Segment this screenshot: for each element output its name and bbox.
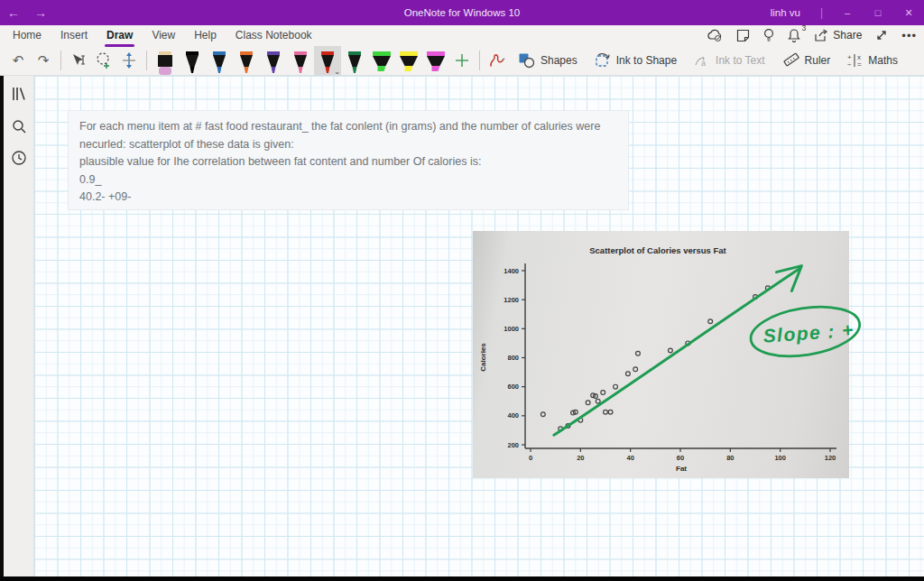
chart-ylabel: Calories xyxy=(479,343,487,372)
bell-badge: 3 xyxy=(802,23,807,32)
ink-to-text-label: Ink to Text xyxy=(716,54,764,67)
chart-xlabel: Fat xyxy=(676,465,687,473)
maths-icon: +x÷= xyxy=(846,52,863,69)
svg-text:a: a xyxy=(701,59,706,68)
data-point xyxy=(633,367,638,372)
x-tick-label: 0 xyxy=(529,454,532,462)
more-options-icon[interactable]: ••• xyxy=(901,29,917,42)
lasso-select-button[interactable] xyxy=(91,48,116,73)
y-tick-label: 600 xyxy=(507,383,519,391)
highlighter-tool[interactable] xyxy=(395,46,422,76)
scatterplot-image[interactable]: Scatterplot of Calories versus Fat Calor… xyxy=(473,231,849,478)
y-tick-label: 400 xyxy=(507,411,519,420)
y-tick-label: 1200 xyxy=(504,296,519,304)
data-point xyxy=(586,401,590,405)
tab-draw[interactable]: Draw xyxy=(106,27,134,43)
data-point xyxy=(765,286,770,290)
data-point xyxy=(596,399,600,403)
pen-tool[interactable] xyxy=(341,46,368,76)
ink-to-shape-icon xyxy=(594,52,611,69)
notebooks-icon[interactable] xyxy=(10,85,28,103)
note-line: 40.2- +09- xyxy=(79,189,617,207)
share-label: Share xyxy=(833,29,862,42)
note-line: For each menu item at # fast food restau… xyxy=(79,118,617,136)
toolbar-divider xyxy=(146,51,147,70)
share-button[interactable]: Share xyxy=(814,29,862,42)
title-bar: ← → OneNote for Windows 10 linh vu | – □… xyxy=(0,0,924,25)
share-icon xyxy=(814,29,828,42)
scatterplot-svg: Scatterplot of Calories versus Fat Calor… xyxy=(473,231,849,478)
data-point xyxy=(608,410,613,414)
shapes-label: Shapes xyxy=(541,54,578,67)
back-arrow-icon[interactable]: ← xyxy=(0,5,27,20)
tab-help[interactable]: Help xyxy=(193,27,217,43)
draw-with-mouse-icon[interactable] xyxy=(485,48,510,73)
maths-button[interactable]: +x÷= Maths xyxy=(838,48,906,73)
ink-to-shape-label: Ink to Shape xyxy=(616,54,677,67)
select-type-tool-button[interactable] xyxy=(66,48,91,73)
ink-to-text-button[interactable]: a Ink to Text xyxy=(685,48,772,73)
ruler-button[interactable]: Ruler xyxy=(773,48,839,73)
page-canvas[interactable]: For each menu item at # fast food restau… xyxy=(34,76,924,576)
forward-arrow-icon[interactable]: → xyxy=(27,5,54,20)
ink-to-shape-button[interactable]: Ink to Shape xyxy=(586,48,685,73)
add-pen-button[interactable] xyxy=(449,48,475,73)
note-line: plausible value for Ihe correlation betw… xyxy=(79,153,617,171)
sync-status-icon[interactable] xyxy=(707,29,723,42)
tab-insert[interactable]: Insert xyxy=(60,27,88,43)
pen-tool[interactable] xyxy=(287,46,314,76)
x-tick-label: 40 xyxy=(626,454,633,462)
sticky-note-icon[interactable] xyxy=(736,29,750,42)
onenote-window: ← → OneNote for Windows 10 linh vu | – □… xyxy=(0,0,924,581)
shapes-button[interactable]: Shapes xyxy=(510,48,586,73)
x-tick-label: 80 xyxy=(726,454,734,462)
recent-notes-icon[interactable] xyxy=(11,150,27,166)
toolbar-divider xyxy=(479,51,480,70)
data-point xyxy=(614,384,618,389)
x-tick-label: 120 xyxy=(825,454,836,462)
highlighter-tool[interactable] xyxy=(422,46,449,76)
data-point xyxy=(578,418,583,422)
insert-space-button[interactable] xyxy=(116,48,142,73)
pen-tool[interactable] xyxy=(233,46,260,76)
maximize-button[interactable]: □ xyxy=(863,0,893,25)
data-point xyxy=(566,424,570,429)
chart-title: Scatterplot of Calories versus Fat xyxy=(589,245,726,255)
tab-home[interactable]: Home xyxy=(12,27,42,43)
ribbon-tabs: Home Insert Draw View Help Class Noteboo… xyxy=(0,25,924,45)
minimize-button[interactable]: – xyxy=(832,0,863,25)
chevron-down-icon: ⌄ xyxy=(334,68,340,76)
undo-button[interactable]: ↶ xyxy=(5,48,31,73)
tab-class-notebook[interactable]: Class Notebook xyxy=(235,27,313,43)
x-tick-label: 100 xyxy=(774,454,786,462)
titlebar-separator: | xyxy=(820,6,823,19)
pen-tool[interactable] xyxy=(260,46,287,76)
data-point xyxy=(669,348,673,353)
data-point xyxy=(541,412,545,417)
ruler-icon xyxy=(781,52,799,69)
tab-view[interactable]: View xyxy=(151,27,176,43)
draw-toolbar: ↶ ↷ ⌄ Shapes Ink to Shape a I xyxy=(0,45,924,76)
left-sidebar xyxy=(4,76,34,576)
data-point xyxy=(753,295,758,300)
redo-button[interactable]: ↷ xyxy=(31,48,56,73)
svg-text:÷: ÷ xyxy=(847,60,852,69)
pen-tool[interactable] xyxy=(206,46,233,76)
note-line: necurled: scatterplot of these data is g… xyxy=(79,136,617,154)
fullscreen-icon[interactable] xyxy=(875,29,888,42)
close-button[interactable]: ✕ xyxy=(893,0,924,25)
y-tick-label: 1000 xyxy=(504,325,519,333)
search-icon[interactable] xyxy=(11,118,27,134)
pen-tool[interactable]: ⌄ xyxy=(314,46,341,76)
notifications-bell-icon[interactable]: 3 xyxy=(788,28,800,42)
lightbulb-icon[interactable] xyxy=(763,28,774,42)
eraser-tool[interactable] xyxy=(152,46,179,76)
ink-to-text-icon: a xyxy=(693,52,710,69)
bottom-edge-bar xyxy=(0,576,924,581)
note-text-block[interactable]: For each menu item at # fast food restau… xyxy=(68,110,629,210)
x-tick-label: 20 xyxy=(577,454,584,462)
user-name[interactable]: linh vu xyxy=(771,7,800,18)
toolbar-divider xyxy=(60,51,61,70)
pen-tool[interactable] xyxy=(179,46,206,76)
highlighter-tool[interactable] xyxy=(368,46,395,76)
